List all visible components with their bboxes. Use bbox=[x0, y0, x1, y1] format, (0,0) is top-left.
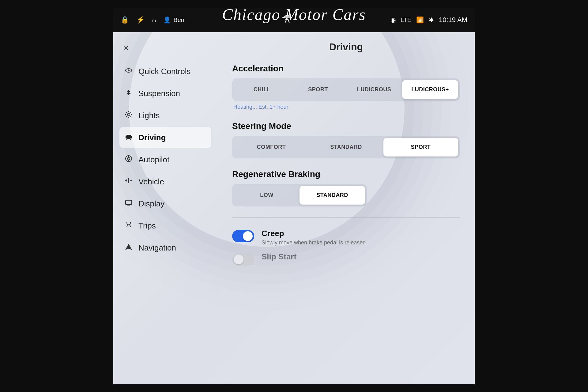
status-left: 🔒 ⚡ ⌂ 👤 Ben bbox=[121, 16, 184, 24]
main-content: Driving Acceleration CHILL SPORT LUDICRO… bbox=[217, 32, 475, 384]
steering-section: Steering Mode COMFORT STANDARD SPORT bbox=[232, 121, 460, 158]
slip-start-info: Slip Start bbox=[262, 252, 296, 262]
svg-point-1 bbox=[128, 70, 130, 71]
navigation-icon bbox=[124, 243, 133, 253]
heating-note: Heating... Est. 1+ hour bbox=[233, 104, 460, 110]
vehicle-icon bbox=[124, 177, 133, 187]
device-frame: Chicago Motor Cars 🔒 ⚡ ⌂ 👤 Ben bbox=[0, 0, 588, 392]
main-screen: × Quick Controls bbox=[113, 32, 475, 384]
home-icon: ⌂ bbox=[152, 16, 156, 24]
slip-start-label: Slip Start bbox=[262, 252, 296, 262]
lte-label: LTE bbox=[401, 17, 411, 24]
svg-line-10 bbox=[126, 112, 127, 113]
svg-point-19 bbox=[127, 157, 130, 160]
steering-sport-btn[interactable]: SPORT bbox=[383, 138, 458, 156]
close-button[interactable]: × bbox=[119, 41, 133, 55]
quick-controls-icon bbox=[124, 66, 133, 76]
svg-rect-15 bbox=[126, 135, 131, 136]
svg-line-11 bbox=[130, 116, 131, 117]
acceleration-section: Acceleration CHILL SPORT LUDICROUS LUDIC… bbox=[232, 64, 460, 110]
sidebar-item-suspension[interactable]: Suspension bbox=[119, 83, 211, 104]
sidebar: × Quick Controls bbox=[113, 32, 217, 384]
svg-rect-27 bbox=[126, 200, 132, 205]
creep-label: Creep bbox=[262, 229, 366, 238]
svg-point-17 bbox=[130, 138, 131, 140]
autopilot-icon bbox=[124, 155, 133, 164]
trips-icon bbox=[124, 221, 133, 231]
quick-controls-label: Quick Controls bbox=[138, 67, 191, 76]
regen-options: LOW STANDARD bbox=[232, 184, 367, 206]
sidebar-item-display[interactable]: Display bbox=[119, 193, 211, 214]
signal-bars-icon: 📶 bbox=[416, 16, 424, 24]
sidebar-item-driving[interactable]: Driving bbox=[119, 127, 211, 148]
sidebar-item-navigation[interactable]: Navigation bbox=[119, 237, 211, 258]
lights-icon bbox=[124, 111, 133, 120]
user-profile[interactable]: 👤 Ben bbox=[163, 16, 184, 24]
regen-section: Regenerative Braking LOW STANDARD bbox=[232, 169, 460, 206]
slip-start-row: [data-name="slip-start-toggle"]::after {… bbox=[232, 252, 460, 266]
creep-description: Slowly move when brake pedal is released bbox=[262, 239, 366, 246]
display-icon bbox=[124, 199, 133, 209]
autopilot-label: Autopilot bbox=[138, 155, 169, 164]
creep-info: Creep Slowly move when brake pedal is re… bbox=[262, 229, 366, 246]
page-title: Driving bbox=[232, 41, 460, 53]
regen-standard-btn[interactable]: STANDARD bbox=[300, 186, 365, 205]
accel-sport-btn[interactable]: SPORT bbox=[290, 80, 346, 99]
accel-ludicrous-btn[interactable]: LUDICROUS bbox=[346, 80, 402, 99]
driving-icon bbox=[124, 133, 133, 142]
steering-standard-btn[interactable]: STANDARD bbox=[309, 138, 383, 156]
steering-comfort-btn[interactable]: COMFORT bbox=[234, 138, 309, 156]
lock-icon: 🔒 bbox=[121, 16, 129, 24]
regen-low-btn[interactable]: LOW bbox=[234, 186, 300, 205]
suspension-icon bbox=[124, 89, 133, 98]
user-name: Ben bbox=[173, 17, 184, 24]
suspension-label: Suspension bbox=[138, 89, 180, 98]
driving-label: Driving bbox=[138, 133, 166, 142]
clock: 10:19 AM bbox=[439, 16, 467, 24]
status-right: ◉ LTE 📶 ✱ 10:19 AM bbox=[390, 16, 467, 24]
acceleration-options: CHILL SPORT LUDICROUS LUDICROUS+ bbox=[232, 78, 460, 101]
creep-row: Creep Slowly move when brake pedal is re… bbox=[232, 229, 460, 246]
watermark: Chicago Motor Cars bbox=[222, 6, 366, 24]
circle-icon: ◉ bbox=[390, 16, 396, 24]
steering-title: Steering Mode bbox=[232, 121, 460, 131]
sidebar-item-autopilot[interactable]: Autopilot bbox=[119, 149, 211, 170]
steering-options: COMFORT STANDARD SPORT bbox=[232, 136, 460, 158]
svg-marker-30 bbox=[125, 244, 132, 250]
trips-label: Trips bbox=[138, 221, 156, 231]
sidebar-item-vehicle[interactable]: Vehicle bbox=[119, 171, 211, 192]
navigation-label: Navigation bbox=[138, 243, 176, 253]
creep-toggle[interactable] bbox=[232, 230, 254, 242]
sidebar-item-trips[interactable]: Trips bbox=[119, 215, 211, 236]
accel-chill-btn[interactable]: CHILL bbox=[234, 80, 290, 99]
display-label: Display bbox=[138, 199, 164, 209]
svg-line-12 bbox=[130, 112, 131, 113]
lights-label: Lights bbox=[138, 111, 160, 120]
sidebar-item-lights[interactable]: Lights bbox=[119, 105, 211, 126]
regen-title: Regenerative Braking bbox=[232, 169, 460, 179]
bluetooth-icon: ✱ bbox=[429, 16, 434, 24]
accel-ludicrousplus-btn[interactable]: LUDICROUS+ bbox=[402, 80, 458, 99]
slip-start-toggle[interactable]: [data-name="slip-start-toggle"]::after {… bbox=[232, 253, 254, 266]
svg-line-13 bbox=[126, 116, 127, 117]
vehicle-label: Vehicle bbox=[138, 177, 164, 187]
acceleration-title: Acceleration bbox=[232, 64, 460, 74]
lightning-icon: ⚡ bbox=[136, 16, 145, 24]
user-icon: 👤 bbox=[163, 16, 171, 24]
sidebar-item-quick-controls[interactable]: Quick Controls bbox=[119, 61, 211, 82]
svg-point-16 bbox=[126, 138, 128, 140]
svg-point-5 bbox=[127, 113, 130, 116]
divider bbox=[232, 217, 460, 218]
